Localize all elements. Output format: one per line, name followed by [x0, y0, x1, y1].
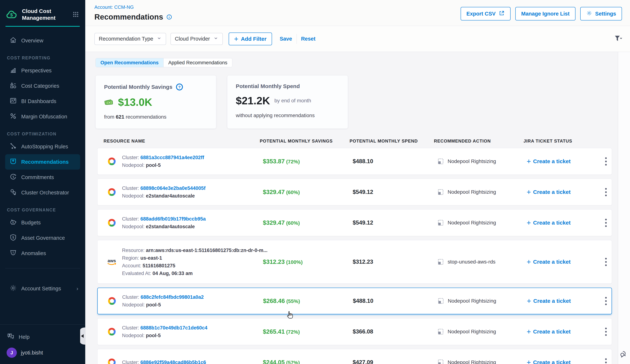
svg-text:aws: aws	[108, 258, 116, 263]
gear-icon	[586, 11, 592, 17]
app-switcher-button[interactable]	[72, 11, 79, 18]
bar-chart-icon	[9, 66, 17, 75]
row-menu-button[interactable]	[603, 326, 608, 338]
resource-link[interactable]: 6888b1c70e49db17c1de60c4	[140, 325, 208, 331]
gear-icon-slot2	[586, 10, 592, 17]
sidebar-item-overview[interactable]: Overview	[5, 33, 80, 48]
export-csv-button[interactable]: Export CSV	[460, 7, 511, 20]
sidebar-item-budgets[interactable]: $ Budgets	[5, 215, 80, 230]
create-ticket-button[interactable]: +Create a ticket	[527, 359, 600, 364]
resource-link[interactable]: 68898c064e3e2ba0e544005f	[140, 185, 206, 191]
resource-link[interactable]: 6886e92f59a48cad86b5b1c6	[140, 360, 206, 364]
breadcrumb-account-link[interactable]: Account: CCM-NG	[94, 4, 172, 10]
help-button[interactable]: ? Help	[6, 331, 79, 343]
table-row[interactable]: Cluster: 6886e92f59a48cad86b5b1c6 $244.0…	[97, 349, 612, 364]
sidebar-item-margin-obfuscation[interactable]: Margin Obfuscation	[5, 109, 80, 124]
recommendations-tabs: Open Recommendations Applied Recommendat…	[96, 58, 232, 67]
gcp-icon	[107, 188, 117, 196]
sidebar-item-autostopping-rules[interactable]: AutoStopping Rules	[5, 139, 80, 154]
funnel-icon	[614, 40, 622, 43]
action-cell: Nodepool Rightsizing	[437, 219, 527, 226]
create-ticket-button[interactable]: +Create a ticket	[527, 188, 600, 196]
sidebar-collapse-handle[interactable]	[80, 328, 85, 345]
sidebar-item-bi-dashboards[interactable]: BI Dashboards	[5, 94, 80, 109]
sidebar-divider	[5, 268, 80, 268]
page-title: Recommendations	[94, 13, 163, 21]
sidebar-item-anomalies[interactable]: Anomalies	[5, 246, 80, 261]
add-filter-button[interactable]: + Add Filter	[229, 32, 272, 45]
sidebar-item-cost-categories[interactable]: Cost Categories	[5, 78, 80, 94]
money-banknotes-icon	[104, 103, 115, 107]
resource-link[interactable]: 688add6fb019b17f9bccb95a	[140, 216, 206, 222]
plus-icon: +	[527, 258, 531, 265]
filter-panel-toggle[interactable]	[614, 34, 622, 43]
col-potential-monthly-savings: POTENTIAL MONTHLY SAVINGS	[260, 139, 350, 144]
tab-open-recommendations[interactable]: Open Recommendations	[96, 58, 164, 67]
row-menu-button[interactable]	[603, 217, 608, 229]
recommendation-action-icon	[437, 188, 444, 196]
sidebar-bottom: ? Help J jyoti.bisht	[0, 324, 85, 364]
sidebar-item-asset-governance[interactable]: $ Asset Governance	[5, 230, 80, 246]
savings-cell: $312.23(100%)	[263, 258, 353, 265]
recommendation-action-icon	[437, 297, 444, 305]
recommendation-type-dropdown[interactable]: Recommendation Type	[94, 33, 166, 45]
table-row[interactable]: aws Resource: arn:aws:rds:us-east-1:5116…	[97, 240, 612, 284]
sidebar-item-cluster-orchestrator[interactable]: Cluster Orchestrator	[5, 185, 80, 200]
plus-icon: +	[527, 219, 531, 226]
manage-ignore-list-button[interactable]: Manage Ignore List	[515, 7, 575, 20]
create-ticket-button[interactable]: +Create a ticket	[527, 328, 600, 335]
percent-icon	[9, 112, 17, 121]
row-menu-button[interactable]	[603, 295, 608, 307]
savings-cell: $244.05(57%)	[263, 359, 353, 364]
field-label: Account:	[122, 263, 143, 268]
sidebar-item-recommendations[interactable]: Recommendations	[5, 154, 80, 170]
row-menu-button[interactable]	[603, 156, 608, 167]
sidebar-item-label: Budgets	[21, 220, 40, 226]
sidebar-item-account-settings[interactable]: Account Settings ›	[5, 281, 80, 296]
external-link-icon-slot	[498, 10, 505, 17]
settings-button[interactable]: Settings	[580, 7, 622, 20]
user-name: jyoti.bisht	[21, 350, 43, 356]
sidebar-item-label: Cost Categories	[21, 83, 59, 89]
cloud-provider-dropdown[interactable]: Cloud Provider	[170, 33, 223, 45]
sidebar-item-label: Cluster Orchestrator	[21, 190, 69, 196]
savings-cell: $265.41(72%)	[263, 328, 353, 335]
dashboard-image-icon	[9, 97, 17, 106]
resource-link[interactable]: 688c2fefc84fbdc99801a0a2	[141, 294, 204, 300]
resource-link[interactable]: 6881a3ccc887941a4ee202ff	[140, 155, 204, 160]
avatar: J	[6, 348, 17, 358]
potential-monthly-spend-card: Potential Monthly Spend $21.2K by end of…	[227, 75, 348, 129]
table-row[interactable]: Cluster: 6888b1c70e49db17c1de60c4Nodepoo…	[97, 318, 612, 345]
table-row[interactable]: Cluster: 688add6fb019b17f9bccb95aNodepoo…	[97, 209, 612, 236]
reset-filter-button[interactable]: Reset	[301, 36, 316, 42]
table-row[interactable]: Cluster: 6881a3ccc887941a4ee202ffNodepoo…	[97, 148, 612, 175]
savings-question-icon-slot[interactable]: ?	[176, 83, 183, 91]
sidebar-item-commitments[interactable]: Commitments	[5, 170, 80, 185]
table-row[interactable]: Cluster: 68898c064e3e2ba0e544005fNodepoo…	[97, 179, 612, 205]
sidebar-item-perspectives[interactable]: Perspectives	[5, 63, 80, 78]
user-menu[interactable]: J jyoti.bisht	[6, 347, 79, 359]
sidebar-section-label: COST GOVERNANCE	[7, 207, 79, 213]
row-menu-button[interactable]	[603, 186, 608, 198]
create-ticket-button[interactable]: +Create a ticket	[527, 258, 600, 265]
gear-icon-slot	[9, 285, 17, 293]
action-cell: Nodepool Rightsizing	[437, 359, 527, 364]
main-area: Account: CCM-NG Recommendations Export C…	[85, 0, 630, 364]
recommendation-action-icon	[437, 158, 444, 165]
create-ticket-button[interactable]: +Create a ticket	[527, 219, 600, 226]
sidebar-section-label: COST REPORTING	[7, 56, 79, 61]
title-info-icon-slot[interactable]	[166, 14, 172, 20]
plus-icon: +	[527, 297, 531, 305]
plus-icon: +	[234, 35, 238, 43]
row-menu-button[interactable]	[603, 357, 608, 364]
tab-applied-recommendations[interactable]: Applied Recommendations	[164, 58, 232, 67]
action-cell: stop-unused-aws-rds	[437, 258, 527, 265]
table-row[interactable]: Cluster: 688c2fefc84fbdc99801a0a2Nodepoo…	[97, 288, 612, 314]
save-filter-button[interactable]: Save	[280, 36, 292, 42]
row-menu-button[interactable]	[603, 256, 608, 268]
spend-cell: $488.10	[353, 298, 437, 304]
savings-cell: $353.87(72%)	[263, 158, 353, 165]
create-ticket-button[interactable]: +Create a ticket	[527, 297, 600, 305]
create-ticket-button[interactable]: +Create a ticket	[527, 158, 600, 165]
support-chat-button[interactable]	[620, 350, 628, 359]
